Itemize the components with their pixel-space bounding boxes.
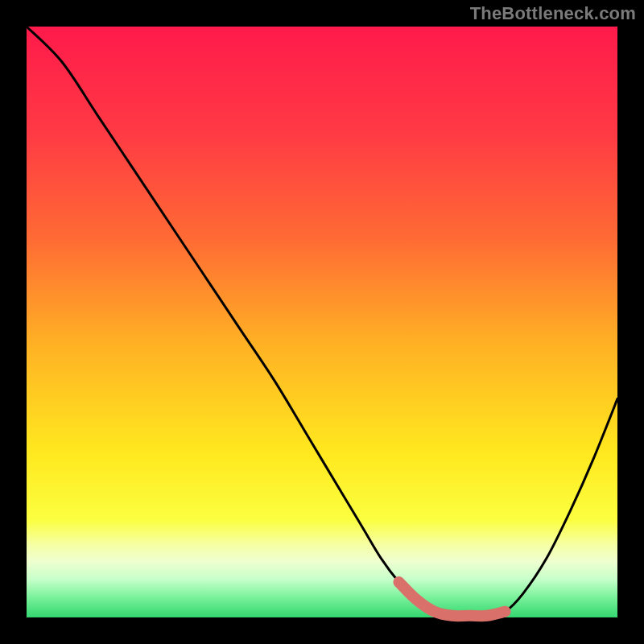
chart-frame: TheBottleneck.com (0, 0, 644, 644)
bottleneck-chart (0, 0, 644, 644)
plot-background (27, 27, 617, 617)
